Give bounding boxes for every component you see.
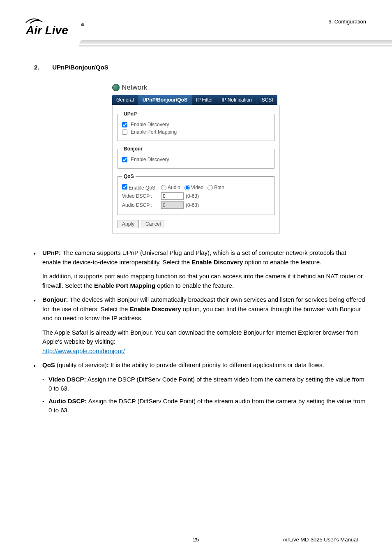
tab-upnp-bonjour-qos[interactable]: UPnP/Bonjour/QoS: [138, 95, 192, 105]
tab-ip-notification[interactable]: IP Notification: [217, 95, 256, 105]
airlive-logo-icon: Air Live R: [24, 14, 85, 39]
upnp-legend: UPnP: [122, 111, 138, 117]
svg-text:Air Live: Air Live: [25, 24, 68, 37]
bonjour-link[interactable]: http://www.apple.com/bonjour/: [42, 347, 125, 354]
tab-ip-filter[interactable]: IP Filter: [192, 95, 217, 105]
enable-qos-label: Enable QoS: [129, 185, 155, 191]
video-dscp-description: Video DSCP: Assign the DSCP (DiffServ Co…: [26, 375, 366, 393]
qos-fieldset: QoS Enable QoS Audio Video Both Video DS…: [118, 173, 274, 215]
header-breadcrumb: 6. Configuration: [328, 18, 366, 25]
upnp-description: UPnP: The camera supports UPnP (Universa…: [26, 248, 366, 267]
tabs-bar: General UPnP/Bonjour/QoS IP Filter IP No…: [112, 95, 280, 105]
cancel-button[interactable]: Cancel: [141, 220, 165, 228]
video-radio[interactable]: [184, 185, 190, 190]
video-dscp-label: Video DSCP :: [122, 193, 161, 199]
bonjour-enable-discovery-checkbox[interactable]: [122, 157, 127, 162]
audio-radio[interactable]: [161, 185, 166, 190]
bonjour-description: Bonjour: The devices with Bonjour will a…: [26, 295, 366, 323]
bonjour-fieldset: Bonjour Enable Discovery: [118, 146, 274, 169]
apply-button[interactable]: Apply: [118, 220, 139, 228]
audio-dscp-input: [161, 201, 184, 209]
manual-title: AirLive MD-3025 User's Manual: [283, 536, 358, 543]
section-heading: 2. UPnP/Bonjour/QoS: [34, 64, 366, 71]
upnp-fieldset: UPnP Enable Discovery Enable Port Mappin…: [118, 111, 274, 141]
tab-content: UPnP Enable Discovery Enable Port Mappin…: [112, 105, 280, 234]
video-dscp-range: (0-63): [186, 193, 199, 199]
upnp-portmapping-note: In addition, it supports port auto mappi…: [26, 272, 366, 290]
upnp-enable-portmapping-label: Enable Port Mapping: [131, 129, 177, 135]
qos-description: QoS (quality of service): It is the abil…: [26, 361, 366, 370]
header-divider: [79, 40, 392, 47]
network-config-screenshot: Network General UPnP/Bonjour/QoS IP Filt…: [110, 81, 282, 236]
bonjour-enable-discovery-label: Enable Discovery: [131, 157, 169, 162]
page-number: 25: [193, 536, 199, 543]
enable-qos-checkbox[interactable]: [122, 184, 127, 190]
audio-dscp-label: Audio DSCP :: [122, 202, 161, 208]
globe-icon: [112, 84, 120, 91]
upnp-enable-portmapping-checkbox[interactable]: [122, 130, 127, 135]
bonjour-safari-note: The Apple Safari is already with Bonjour…: [26, 328, 366, 356]
video-dscp-input[interactable]: [161, 192, 184, 200]
network-panel-title: Network: [112, 83, 280, 92]
upnp-enable-discovery-checkbox[interactable]: [122, 122, 127, 127]
audio-dscp-range: (0-63): [186, 202, 199, 208]
section-title: UPnP/Bonjour/QoS: [52, 64, 108, 71]
section-number: 2.: [34, 64, 51, 71]
qos-legend: QoS: [122, 173, 136, 179]
tab-general[interactable]: General: [112, 95, 138, 105]
bonjour-legend: Bonjour: [122, 146, 144, 152]
upnp-enable-discovery-label: Enable Discovery: [131, 122, 169, 127]
tab-iscsi[interactable]: iSCSI: [256, 95, 277, 105]
page-header: Air Live R 6. Configuration: [26, 18, 366, 47]
page-footer: 25 AirLive MD-3025 User's Manual: [26, 536, 366, 543]
audio-dscp-description: Audio DSCP: Assign the DSCP (DiffServ Co…: [26, 397, 366, 415]
body-content: UPnP: The camera supports UPnP (Universa…: [26, 248, 366, 415]
both-radio[interactable]: [208, 185, 213, 190]
svg-text:R: R: [82, 24, 83, 26]
logo: Air Live R: [24, 14, 85, 39]
